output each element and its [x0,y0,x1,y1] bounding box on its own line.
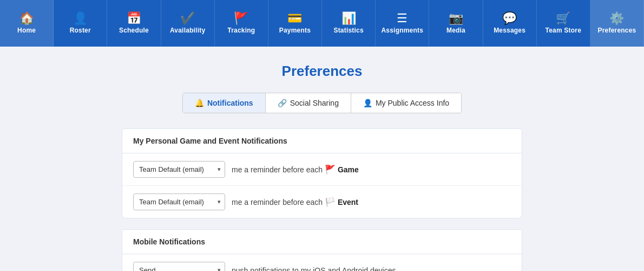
tab-notifications-icon: 🔔 [195,99,204,107]
mobile-notification-row: Send Don't Send ▾ push notifications to … [122,254,522,271]
messages-nav-icon: 💬 [502,12,517,24]
home-nav-icon: 🏠 [19,12,34,24]
preferences-nav-label: Preferences [598,27,636,34]
event-notification-row: Team Default (email) Email SMS None ▾ me… [122,186,522,218]
game-prefix: me a reminder before each [232,165,325,174]
messages-nav-label: Messages [494,27,525,34]
home-nav-label: Home [17,27,36,34]
mobile-card-header: Mobile Notifications [122,230,522,254]
tab-notifications[interactable]: 🔔Notifications [183,93,266,113]
mobile-select[interactable]: Send Don't Send [133,262,225,271]
tab-bar: 🔔Notifications🔗Social Sharing👤My Public … [182,93,462,113]
tab-my-public-access[interactable]: 👤My Public Access Info [351,93,461,113]
preferences-nav-icon: ⚙️ [609,12,624,24]
nav-item-home[interactable]: 🏠Home [0,0,54,47]
nav-item-tracking[interactable]: 🚩Tracking [215,0,268,47]
nav-item-preferences[interactable]: ⚙️Preferences [590,0,644,47]
schedule-nav-label: Schedule [119,27,149,34]
nav-item-schedule[interactable]: 📅Schedule [107,0,161,47]
game-notification-row: Team Default (email) Email SMS None ▾ me… [122,153,522,186]
team-store-nav-label: Team Store [546,27,581,34]
main-nav: 🏠Home👤Roster📅Schedule✔️Availability🚩Trac… [0,0,644,47]
nav-item-roster[interactable]: 👤Roster [54,0,107,47]
tab-social-sharing-icon: 🔗 [278,99,287,107]
game-row-text: me a reminder before each 🚩 Game [232,164,359,175]
team-store-nav-icon: 🛒 [556,12,570,24]
game-select[interactable]: Team Default (email) Email SMS None [133,161,225,178]
game-flag-icon: 🚩 [325,165,336,174]
mobile-notifications-card: Mobile Notifications Send Don't Send ▾ p… [122,229,522,271]
statistics-nav-icon: 📊 [341,12,356,24]
mobile-row-text: push notifications to my iOS and Android… [232,266,398,272]
payments-nav-icon: 💳 [287,12,302,24]
tracking-nav-label: Tracking [227,27,255,34]
nav-item-media[interactable]: 📷Media [429,0,483,47]
availability-nav-icon: ✔️ [180,12,195,24]
event-select-wrap: Team Default (email) Email SMS None ▾ [133,193,225,210]
availability-nav-label: Availability [170,27,205,34]
media-nav-label: Media [446,27,465,34]
event-row-text: me a reminder before each 🏳️ Event [232,197,358,207]
event-select[interactable]: Team Default (email) Email SMS None [133,193,225,210]
nav-item-assignments[interactable]: ☰Assignments [376,0,429,47]
schedule-nav-icon: 📅 [127,12,141,24]
tab-social-sharing[interactable]: 🔗Social Sharing [266,93,351,113]
nav-item-availability[interactable]: ✔️Availability [161,0,215,47]
assignments-nav-icon: ☰ [397,12,408,24]
mobile-select-wrap: Send Don't Send ▾ [133,262,225,271]
roster-nav-label: Roster [70,27,91,34]
event-flag-icon: 🏳️ [325,197,336,207]
assignments-nav-label: Assignments [382,27,424,34]
main-content: Preferences 🔔Notifications🔗Social Sharin… [0,47,644,271]
tab-social-sharing-label: Social Sharing [290,99,339,107]
tab-my-public-access-label: My Public Access Info [376,99,449,107]
nav-item-messages[interactable]: 💬Messages [483,0,537,47]
media-nav-icon: 📷 [449,12,463,24]
nav-item-payments[interactable]: 💳Payments [268,0,322,47]
game-select-wrap: Team Default (email) Email SMS None ▾ [133,161,225,178]
game-event-card-header: My Personal Game and Event Notifications [122,129,522,153]
tracking-nav-icon: 🚩 [234,12,248,24]
game-event-card: My Personal Game and Event Notifications… [122,128,522,218]
game-bold-label: Game [338,165,359,174]
page-title: Preferences [122,63,522,80]
event-bold-label: Event [338,198,358,207]
statistics-nav-label: Statistics [333,27,363,34]
event-prefix: me a reminder before each [232,198,325,207]
tab-my-public-access-icon: 👤 [363,99,372,107]
payments-nav-label: Payments [279,27,311,34]
tab-notifications-label: Notifications [207,99,253,107]
roster-nav-icon: 👤 [73,12,88,24]
nav-item-team-store[interactable]: 🛒Team Store [537,0,590,47]
nav-item-statistics[interactable]: 📊Statistics [322,0,376,47]
